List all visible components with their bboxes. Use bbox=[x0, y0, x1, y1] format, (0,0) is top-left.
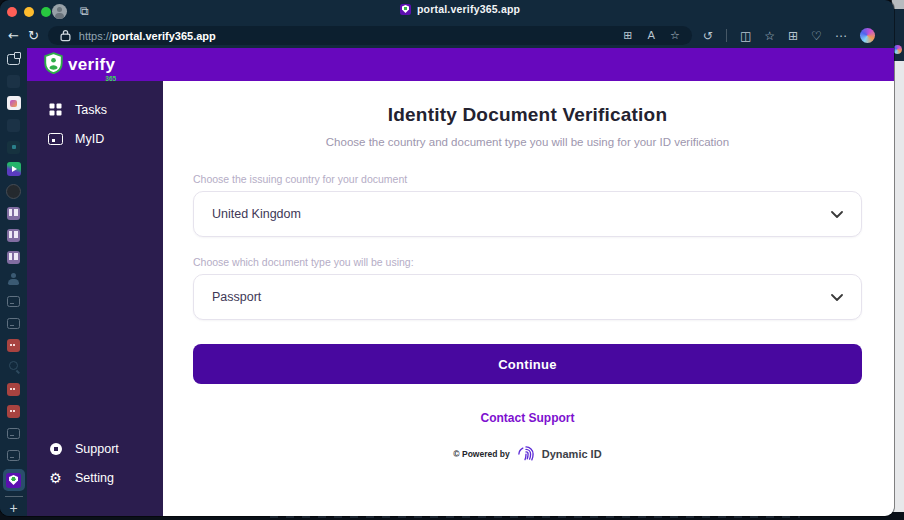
tab-favicon[interactable] bbox=[6, 161, 22, 177]
support-icon bbox=[48, 441, 63, 456]
address-bar-icons: ⊞A☆ bbox=[623, 29, 680, 42]
titlebar: ⧉ portal.verify365.app bbox=[0, 0, 894, 23]
verify365-logo: verify 365 bbox=[44, 52, 115, 78]
web-page: verify 365 TasksMyID Support⚙Setting Ide… bbox=[27, 48, 894, 516]
sidebar-item-label: MyID bbox=[75, 132, 104, 146]
tab-favicon[interactable] bbox=[6, 117, 22, 133]
logo-suffix: 365 bbox=[105, 75, 116, 82]
new-tab-button[interactable]: + bbox=[9, 501, 17, 515]
background-copilot-icon bbox=[893, 45, 902, 54]
copilot-icon[interactable] bbox=[860, 28, 875, 43]
sidebar-item-setting[interactable]: ⚙Setting bbox=[27, 463, 163, 492]
sidebar-main-items: TasksMyID bbox=[27, 95, 163, 153]
refresh-button[interactable]: ↻ bbox=[28, 29, 39, 42]
tab-favicon[interactable] bbox=[6, 73, 22, 89]
toolbar-icons: ↺◫☆⊞♡⋯ bbox=[703, 28, 875, 43]
logo-word: verify bbox=[68, 55, 115, 75]
chevron-down-icon bbox=[831, 207, 843, 221]
tab-favicon[interactable] bbox=[6, 183, 22, 199]
desktop-bottom-text bbox=[270, 516, 800, 518]
collections-icon[interactable]: ☆ bbox=[764, 29, 775, 43]
country-label: Choose the issuing country for your docu… bbox=[193, 173, 862, 185]
document-type-select-value: Passport bbox=[212, 290, 261, 304]
tab-favicon[interactable] bbox=[6, 271, 22, 287]
tab-favicon[interactable] bbox=[6, 227, 22, 243]
tab-favicon[interactable] bbox=[6, 95, 22, 111]
document-type-select[interactable]: Passport bbox=[193, 274, 862, 320]
country-select[interactable]: United Kingdom bbox=[193, 191, 862, 237]
active-tab[interactable]: portal.verify365.app bbox=[400, 3, 520, 15]
close-window-button[interactable] bbox=[7, 7, 17, 17]
myid-icon bbox=[48, 131, 63, 146]
sidebar-item-support[interactable]: Support bbox=[27, 434, 163, 463]
collapse-vertical-tabs-icon[interactable] bbox=[6, 51, 22, 67]
sidebar-item-label: Tasks bbox=[75, 103, 107, 117]
split-screen-icon[interactable]: ◫ bbox=[740, 29, 751, 43]
history-icon[interactable]: ↺ bbox=[703, 29, 713, 43]
zoom-window-button[interactable] bbox=[41, 7, 51, 17]
powered-by: © Powered by Dynamic ID bbox=[193, 444, 862, 464]
tab-favicon[interactable] bbox=[6, 315, 22, 331]
tab-favicon[interactable] bbox=[6, 425, 22, 441]
workspaces-icon[interactable]: ⊞ bbox=[623, 29, 632, 42]
tab-favicon[interactable] bbox=[6, 359, 22, 375]
more-options-icon[interactable]: ⋯ bbox=[835, 29, 847, 43]
setting-icon: ⚙ bbox=[48, 470, 63, 485]
desktop: ⧉ portal.verify365.app ← ↻ https://porta… bbox=[0, 0, 904, 520]
tab-favicon[interactable] bbox=[6, 447, 22, 463]
sidebar-item-label: Setting bbox=[75, 471, 114, 485]
tab-groups-cube-icon[interactable]: ⧉ bbox=[80, 4, 89, 18]
tasks-icon bbox=[48, 102, 63, 117]
navigation-toolbar: ← ↻ https://portal.verify365.app ⊞A☆ ↺◫☆… bbox=[0, 23, 894, 48]
tab-favicon[interactable] bbox=[6, 403, 22, 419]
chevron-down-icon bbox=[831, 290, 843, 304]
tab-favicon[interactable] bbox=[6, 205, 22, 221]
url-text: https://portal.verify365.app bbox=[79, 30, 216, 42]
tab-favicon[interactable] bbox=[6, 249, 22, 265]
country-select-value: United Kingdom bbox=[212, 207, 301, 221]
app-sidebar: TasksMyID Support⚙Setting bbox=[27, 81, 163, 516]
tabstrip-divider bbox=[5, 496, 23, 497]
tab-groups-icon[interactable]: ⊞ bbox=[788, 29, 798, 43]
tab-favicon[interactable] bbox=[6, 381, 22, 397]
browser-window: ⧉ portal.verify365.app ← ↻ https://porta… bbox=[0, 0, 894, 516]
read-aloud-icon[interactable]: A bbox=[647, 29, 655, 42]
verify365-favicon bbox=[400, 4, 411, 15]
active-tab-verify365[interactable] bbox=[3, 469, 25, 491]
tab-favicon-list bbox=[3, 51, 25, 491]
browser-essentials-icon[interactable]: ♡ bbox=[811, 29, 822, 43]
address-bar[interactable]: https://portal.verify365.app ⊞A☆ bbox=[48, 26, 692, 45]
sidebar-item-tasks[interactable]: Tasks bbox=[27, 95, 163, 124]
page-subtitle: Choose the country and document type you… bbox=[193, 136, 862, 148]
back-button[interactable]: ← bbox=[8, 29, 19, 42]
continue-button[interactable]: Continue bbox=[193, 344, 862, 384]
main-content: Identity Document Verification Choose th… bbox=[163, 81, 894, 516]
tab-title: portal.verify365.app bbox=[417, 3, 520, 15]
site-info-lock-icon[interactable] bbox=[60, 29, 71, 42]
powered-by-brand: Dynamic ID bbox=[542, 448, 602, 460]
tab-favicon[interactable] bbox=[6, 337, 22, 353]
profile-avatar[interactable] bbox=[52, 4, 67, 19]
sidebar-item-label: Support bbox=[75, 442, 119, 456]
separator bbox=[726, 29, 727, 42]
add-favorite-icon[interactable]: ☆ bbox=[670, 29, 680, 42]
document-type-label: Choose which document type you will be u… bbox=[193, 256, 862, 268]
shield-logo-icon bbox=[44, 52, 63, 78]
tab-favicon[interactable] bbox=[6, 293, 22, 309]
tab-favicon[interactable] bbox=[6, 139, 22, 155]
fingerprint-icon bbox=[516, 444, 536, 464]
app-header: verify 365 bbox=[27, 48, 894, 81]
minimize-window-button[interactable] bbox=[24, 7, 34, 17]
traffic-lights bbox=[0, 7, 51, 17]
sidebar-item-myid[interactable]: MyID bbox=[27, 124, 163, 153]
contact-support-link[interactable]: Contact Support bbox=[193, 411, 862, 425]
page-title: Identity Document Verification bbox=[193, 81, 862, 126]
vertical-tab-strip: + bbox=[0, 48, 27, 516]
powered-by-label: © Powered by bbox=[453, 449, 509, 459]
sidebar-footer-items: Support⚙Setting bbox=[27, 434, 163, 492]
